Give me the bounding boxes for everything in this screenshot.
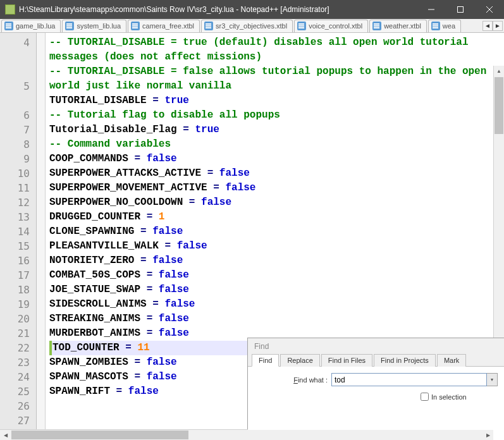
code-line: -- Tutorial flag to disable all popups [49, 108, 504, 123]
code-token: false [147, 371, 177, 382]
code-line: SUPERPOWER_NO_COOLDOWN = false [49, 195, 504, 210]
line-number: 24 [0, 370, 36, 384]
file-tab[interactable]: weather.xtbl [369, 20, 427, 32]
line-number: 21 [0, 326, 36, 341]
code-token: = [128, 153, 147, 164]
in-selection-input[interactable] [421, 393, 429, 401]
horizontal-scroll-thumb[interactable] [11, 431, 188, 439]
code-token: false [159, 313, 189, 324]
svg-rect-1 [458, 7, 464, 13]
line-number: 5 [0, 79, 36, 94]
line-number: 27 [0, 413, 36, 428]
tab-bar: game_lib.luasystem_lib.luacamera_free.xt… [0, 19, 504, 33]
scroll-left-button[interactable]: ◀ [0, 430, 11, 440]
file-tab-label: camera_free.xtbl [142, 22, 194, 30]
scroll-right-button[interactable]: ▶ [482, 430, 493, 440]
code-token: DRUGGED_COUNTER [49, 211, 140, 223]
find-tab[interactable]: Find [252, 354, 279, 367]
maximize-button[interactable] [446, 0, 475, 19]
code-line: -- TUTORIAL_DISABLE = false allows tutor… [49, 64, 504, 94]
file-tab-label: system_lib.lua [77, 22, 121, 30]
code-token: TOD_COUNTER [52, 342, 120, 353]
code-token: true [164, 95, 188, 106]
tab-scroll-left[interactable]: ◄ [482, 21, 493, 31]
code-line: SUPERPOWER_ATTACKS_ACTIVE = false [49, 166, 504, 181]
file-tab[interactable]: voice_control.xtbl [294, 20, 368, 32]
minimize-button[interactable] [417, 0, 446, 19]
line-number: 4 [0, 35, 36, 50]
line-number: 15 [0, 239, 36, 254]
tab-scroll-right[interactable]: ► [493, 21, 503, 31]
code-token: false [177, 240, 207, 252]
file-tab-label: game_lib.lua [16, 22, 55, 30]
code-token: = [140, 313, 159, 324]
code-token: false [201, 197, 231, 208]
line-number-blank [0, 64, 36, 79]
code-token: false [159, 284, 189, 295]
line-number: 10 [0, 166, 36, 181]
line-number: 26 [0, 399, 36, 413]
scroll-up-button[interactable]: ▲ [494, 66, 504, 76]
code-token: = [140, 284, 159, 295]
code-token: NOTORIETY_ZERO [49, 255, 134, 266]
find-what-row: Find what : ▾ [254, 373, 498, 386]
code-line: -- TUTORIAL_DISABLE = true (default) dis… [49, 35, 504, 64]
file-tab-label: wea [443, 22, 455, 30]
code-token: = [140, 327, 159, 339]
code-token: false [164, 298, 195, 310]
code-token: SUPERPOWER_ATTACKS_ACTIVE [49, 168, 201, 179]
find-tab[interactable]: Find in Files [321, 354, 372, 367]
line-number: 11 [0, 181, 36, 195]
code-token: = [147, 95, 165, 106]
code-line: STREAKING_ANIMS = false [49, 312, 504, 326]
code-token: Tutorial_Disable_Flag [49, 124, 177, 135]
file-tab[interactable]: sr3_city_objectives.xtbl [201, 20, 293, 32]
find-body: Find what : ▾ In selection [248, 367, 504, 430]
file-tab-label: weather.xtbl [384, 22, 421, 30]
find-what-label: Find what : [254, 376, 331, 384]
line-number: 25 [0, 384, 36, 399]
code-line: COMBAT_50S_COPS = false [49, 268, 504, 283]
code-token: COOP_COMMANDS [49, 153, 128, 164]
line-number: 13 [0, 210, 36, 224]
code-token: -- TUTORIAL_DISABLE = true (default) dis… [49, 37, 474, 63]
title-bar: H:\SteamLibrary\steamapps\common\Saints … [0, 0, 504, 19]
code-token: CLONE_SPAWNING [49, 226, 134, 237]
vertical-scroll-thumb[interactable] [495, 77, 503, 134]
code-token: false [159, 327, 189, 339]
file-tab[interactable]: camera_free.xtbl [128, 20, 200, 32]
code-token: SIDESCROLL_ANIMS [49, 298, 147, 310]
file-tab[interactable]: game_lib.lua [1, 20, 61, 32]
code-token: SPAWN_RIFT [49, 386, 110, 397]
close-button[interactable] [475, 0, 504, 19]
file-tab[interactable]: wea [428, 20, 461, 32]
line-number: 14 [0, 224, 36, 239]
find-what-input[interactable] [331, 373, 487, 386]
horizontal-scrollbar[interactable]: ◀ ▶ [0, 429, 493, 440]
code-token: = [147, 298, 165, 310]
file-tab[interactable]: system_lib.lua [62, 20, 126, 32]
code-token: = [183, 197, 201, 208]
code-token: SPAWN_ZOMBIES [49, 357, 128, 368]
find-tab[interactable]: Mark [437, 354, 466, 367]
code-token: -- Command variables [49, 138, 171, 150]
file-icon [65, 21, 74, 30]
window-title: H:\SteamLibrary\steamapps\common\Saints … [19, 5, 417, 14]
in-selection-checkbox[interactable]: In selection [421, 393, 498, 401]
change-marker [49, 341, 52, 355]
code-token: false [147, 153, 177, 164]
code-token: false [152, 226, 183, 237]
code-token: STREAKING_ANIMS [49, 313, 140, 324]
code-token: false [225, 182, 255, 193]
code-token: = [201, 168, 219, 179]
find-dialog-title: Find [248, 338, 504, 353]
code-token: false [147, 357, 177, 368]
find-history-dropdown[interactable]: ▾ [487, 373, 498, 386]
find-tab[interactable]: Replace [280, 354, 319, 367]
line-number: 20 [0, 312, 36, 326]
code-token: SPAWN_MASCOTS [49, 371, 128, 382]
code-token: = [207, 182, 226, 193]
find-tab[interactable]: Find in Projects [374, 354, 436, 367]
code-token: = [110, 386, 128, 397]
find-dialog: Find FindReplaceFind in FilesFind in Pro… [247, 338, 504, 429]
